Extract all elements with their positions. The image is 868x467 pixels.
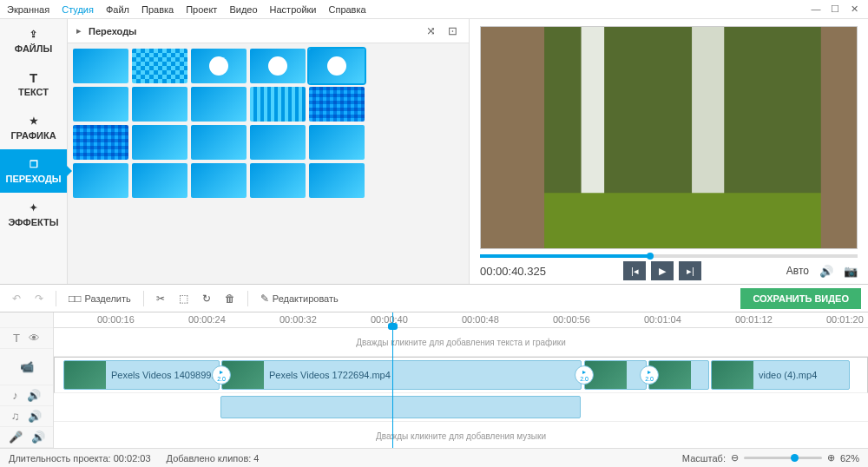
split-button[interactable]: □□ Разделить bbox=[63, 289, 136, 308]
zoom-label: Масштаб: bbox=[682, 453, 726, 464]
zoom-value: 62% bbox=[840, 453, 859, 464]
menu-video[interactable]: Видео bbox=[229, 4, 257, 15]
transition-badge[interactable]: ▸2.0 bbox=[640, 365, 659, 385]
effects-icon: ✦ bbox=[28, 202, 40, 214]
transition-badge[interactable]: ▸2.0 bbox=[575, 365, 594, 385]
volume-icon[interactable]: 🔊 bbox=[819, 265, 833, 278]
transition-thumb[interactable] bbox=[132, 87, 187, 122]
track-hint: Дважды кликните для добавления текста и … bbox=[356, 338, 566, 347]
next-frame-button[interactable]: ▸| bbox=[679, 261, 701, 280]
shuffle-icon[interactable]: ⤨ bbox=[424, 24, 438, 37]
transition-thumb[interactable] bbox=[250, 49, 306, 83]
music-track-icon[interactable]: ♫ bbox=[11, 410, 20, 423]
preview-pane: 00:00:40.325 |◂ ▶ ▸| Авто 🔊 📷 bbox=[469, 19, 868, 284]
transition-thumb[interactable] bbox=[73, 49, 128, 83]
transition-thumb[interactable] bbox=[73, 87, 128, 122]
edit-label: Редактировать bbox=[273, 293, 339, 304]
transition-thumb[interactable] bbox=[309, 87, 365, 122]
menu-project[interactable]: Проект bbox=[186, 4, 217, 15]
sidebar-label: ТЕКСТ bbox=[18, 87, 49, 97]
text-track[interactable]: Дважды кликните для добавления текста и … bbox=[54, 328, 868, 357]
audio-clip[interactable] bbox=[220, 396, 581, 418]
video-track-icon[interactable]: 📹 bbox=[20, 360, 34, 373]
video-track[interactable]: Pexels Videos 1409899.mp4Pexels Videos 1… bbox=[54, 357, 868, 393]
preview-timecode: 00:00:40.325 bbox=[480, 265, 546, 278]
mute-icon[interactable]: 🔊 bbox=[28, 410, 42, 423]
transition-thumb[interactable] bbox=[73, 125, 128, 160]
menu-settings[interactable]: Настройки bbox=[270, 4, 317, 15]
sidebar-label: ГРАФИКА bbox=[10, 130, 56, 141]
text-track-icon[interactable]: T bbox=[13, 332, 20, 345]
time-ruler[interactable]: 00:00:1600:00:2400:00:3200:00:4000:00:48… bbox=[54, 312, 868, 328]
transition-thumb[interactable] bbox=[250, 163, 306, 198]
transition-thumb[interactable] bbox=[132, 125, 187, 160]
auto-label[interactable]: Авто bbox=[786, 265, 809, 277]
prev-frame-button[interactable]: |◂ bbox=[623, 261, 646, 280]
sidebar-label: ПЕРЕХОДЫ bbox=[6, 174, 62, 184]
mic-track-icon[interactable]: 🎤 bbox=[9, 431, 23, 444]
transition-thumb[interactable] bbox=[309, 125, 365, 160]
star-icon: ★ bbox=[28, 115, 40, 128]
play-button[interactable]: ▶ bbox=[651, 261, 674, 280]
edit-button[interactable]: ✎ Редактировать bbox=[255, 289, 344, 308]
brand-part-1: Экранная bbox=[7, 4, 49, 15]
sidebar-tab-files[interactable]: ⇪ФАЙЛЫ bbox=[0, 19, 67, 62]
snapshot-icon[interactable]: 📷 bbox=[844, 265, 858, 278]
save-label: СОХРАНИТЬ ВИДЕО bbox=[753, 293, 849, 304]
menu-help[interactable]: Справка bbox=[328, 4, 365, 15]
duration-label: Длительность проекта: 00:02:03 bbox=[9, 453, 151, 464]
video-clip[interactable]: Pexels Videos 1722694.mp4 bbox=[221, 360, 582, 390]
undo-button[interactable]: ↶ bbox=[7, 289, 26, 308]
menu-file[interactable]: Файл bbox=[106, 4, 129, 15]
transition-thumb[interactable] bbox=[250, 87, 306, 122]
transition-badge[interactable]: ▸2.0 bbox=[212, 365, 231, 385]
sidebar-tab-text[interactable]: TТЕКСТ bbox=[0, 62, 67, 106]
clips-count: Добавлено клипов: 4 bbox=[167, 453, 260, 464]
video-clip[interactable]: video (4).mp4 bbox=[711, 360, 850, 390]
transition-thumb[interactable] bbox=[132, 163, 187, 198]
transition-thumb[interactable] bbox=[309, 163, 365, 198]
split-label: Разделить bbox=[85, 293, 131, 304]
minimize-icon[interactable]: — bbox=[809, 3, 823, 15]
mute-icon[interactable]: 🔊 bbox=[27, 389, 41, 402]
sidebar-tab-transitions[interactable]: ❐ПЕРЕХОДЫ bbox=[0, 149, 67, 193]
text-icon: T bbox=[28, 72, 40, 84]
audio-track[interactable] bbox=[54, 393, 868, 422]
sidebar-label: ЭФФЕКТЫ bbox=[8, 217, 58, 227]
preview-video[interactable] bbox=[480, 26, 858, 249]
transition-thumb[interactable] bbox=[191, 87, 247, 122]
visibility-icon[interactable]: 👁 bbox=[29, 332, 40, 345]
music-track[interactable]: Дважды кликните для добавления музыки bbox=[54, 422, 868, 448]
mute-icon[interactable]: 🔊 bbox=[31, 431, 45, 444]
sidebar-tab-graphics[interactable]: ★ГРАФИКА bbox=[0, 106, 67, 149]
transition-thumb[interactable] bbox=[191, 125, 247, 160]
cut-button[interactable]: ✂ bbox=[151, 289, 170, 308]
timeline-toolbar: ↶ ↷ □□ Разделить ✂ ⬚ ↻ 🗑 ✎ Редактировать… bbox=[0, 285, 868, 312]
transitions-grid bbox=[68, 43, 469, 284]
transition-thumb[interactable] bbox=[73, 163, 128, 198]
sidebar: ⇪ФАЙЛЫ TТЕКСТ ★ГРАФИКА ❐ПЕРЕХОДЫ ✦ЭФФЕКТ… bbox=[0, 19, 68, 284]
save-video-button[interactable]: СОХРАНИТЬ ВИДЕО bbox=[740, 288, 861, 309]
zoom-in-button[interactable]: ⊕ bbox=[827, 452, 835, 464]
transition-thumb[interactable] bbox=[191, 163, 247, 198]
delete-button[interactable]: 🗑 bbox=[220, 289, 240, 308]
rotate-button[interactable]: ↻ bbox=[197, 289, 216, 308]
maximize-icon[interactable]: ☐ bbox=[828, 3, 842, 15]
sidebar-tab-effects[interactable]: ✦ЭФФЕКТЫ bbox=[0, 193, 67, 236]
menu-edit[interactable]: Правка bbox=[141, 4, 174, 15]
zoom-out-button[interactable]: ⊖ bbox=[731, 452, 739, 464]
video-clip[interactable]: Pexels Videos 1409899.mp4 bbox=[63, 360, 220, 390]
redo-button[interactable]: ↷ bbox=[30, 289, 49, 308]
crop-button[interactable]: ⬚ bbox=[174, 289, 194, 308]
zoom-slider[interactable] bbox=[744, 457, 822, 459]
playhead[interactable] bbox=[392, 312, 393, 448]
transition-thumb-selected[interactable] bbox=[309, 49, 365, 83]
preview-scrubber[interactable] bbox=[480, 254, 858, 258]
transition-thumb[interactable] bbox=[191, 49, 247, 83]
apply-all-icon[interactable]: ⊡ bbox=[445, 24, 460, 37]
audio-track-icon[interactable]: ♪ bbox=[12, 389, 18, 402]
transition-thumb[interactable] bbox=[132, 49, 187, 83]
sidebar-label: ФАЙЛЫ bbox=[15, 43, 52, 54]
close-icon[interactable]: ✕ bbox=[847, 3, 861, 15]
transition-thumb[interactable] bbox=[250, 125, 306, 160]
